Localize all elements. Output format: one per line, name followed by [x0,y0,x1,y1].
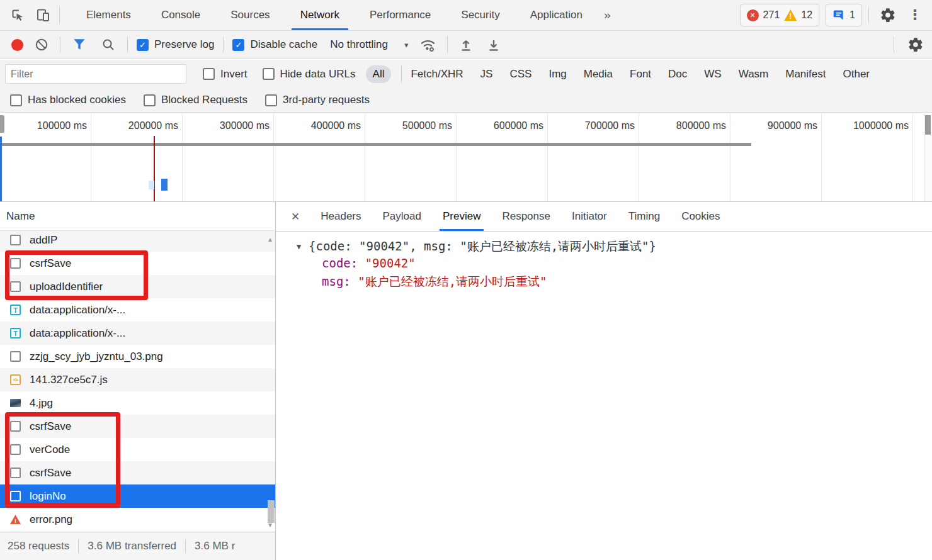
request-row-csrfsave[interactable]: csrfSave [0,252,275,275]
tab-sources[interactable]: Sources [215,0,285,30]
request-row-addip[interactable]: addIP [0,231,275,252]
request-row-vercode[interactable]: verCode [0,438,275,461]
tab-cookies[interactable]: Cookies [671,202,730,231]
timeline-tick-label: 400000 ms [311,120,361,132]
network-settings-button[interactable] [903,32,928,57]
name-column-header[interactable]: Name [0,202,275,231]
issues-badge[interactable]: 1 [826,4,862,26]
expand-triangle-icon[interactable]: ▼ [297,242,301,251]
tab-response[interactable]: Response [491,202,561,231]
filter-type-other[interactable]: Other [843,68,870,81]
request-row-jpg[interactable]: 4.jpg [0,391,275,415]
close-details-button[interactable]: ✕ [276,210,310,223]
inspect-element-button[interactable] [5,3,30,28]
scroll-up-arrow[interactable]: ▲ [267,236,273,243]
document-icon [10,444,21,455]
filter-type-js[interactable]: JS [480,68,493,81]
tab-network[interactable]: Network [285,0,355,30]
record-network-log-button[interactable] [11,39,23,51]
overview-request-bar [161,179,168,191]
tab-security[interactable]: Security [446,0,514,30]
blocked-requests-checkbox[interactable]: Blocked Requests [144,94,247,106]
request-row-error-png[interactable]: ! error.png [0,508,275,531]
request-row-loginno-selected[interactable]: loginNo [0,484,275,508]
filter-type-ws[interactable]: WS [704,68,721,81]
timeline-cell: 400000 ms [274,113,365,201]
gear-icon [880,7,896,23]
devtools-menu-button[interactable]: ⋮ [907,3,923,28]
list-scrollbar-thumb[interactable] [268,500,275,523]
tab-console[interactable]: Console [146,0,215,30]
request-row-csrfsave[interactable]: csrfSave [0,415,275,438]
request-name: 4.jpg [30,397,53,410]
has-blocked-cookies-checkbox[interactable]: Has blocked cookies [10,94,126,106]
request-name: error.png [30,513,72,526]
invert-checkbox[interactable]: Invert [203,68,247,81]
gear-icon [907,36,924,53]
filter-type-media[interactable]: Media [584,68,613,81]
filter-type-wasm[interactable]: Wasm [739,68,769,81]
tab-preview[interactable]: Preview [432,202,491,231]
filter-type-fetch-xhr[interactable]: Fetch/XHR [411,68,463,81]
request-row-data-url[interactable]: T data:application/x-... [0,322,275,345]
request-row-uploadidentifier[interactable]: uploadIdentifier [0,275,275,298]
export-har-button[interactable] [484,32,503,57]
tab-application[interactable]: Application [515,0,598,30]
filter-toggle-button[interactable] [69,32,89,57]
request-row-csrfsave[interactable]: csrfSave [0,461,275,484]
filter-type-all[interactable]: All [366,65,392,83]
overview-load-event-line [154,136,155,201]
filter-type-doc[interactable]: Doc [668,68,687,81]
filter-type-manifest[interactable]: Manifest [785,68,826,81]
request-row-js[interactable]: <> 141.327ce5c7.js [0,368,275,391]
errors-warnings-badge[interactable]: ✕ 271 ! 12 [740,4,820,26]
tab-timing[interactable]: Timing [618,202,671,231]
document-icon [10,491,21,501]
timeline-cell: 600000 ms [457,113,548,201]
disable-cache-checkbox[interactable]: ✓ Disable cache [232,38,317,51]
tab-initiator[interactable]: Initiator [561,202,618,231]
request-row-data-url[interactable]: T data:application/x-... [0,298,275,322]
timeline-cell: 100000 ms [0,113,91,201]
clear-icon [34,37,49,52]
json-key: code: [322,256,358,270]
request-name: csrfSave [30,257,71,270]
overview-window-bar[interactable] [0,143,751,146]
text-icon: T [10,305,21,315]
overview-resize-handle[interactable] [0,115,4,133]
filter-type-font[interactable]: Font [630,68,651,81]
more-tabs-button[interactable]: » [598,8,617,22]
tab-elements[interactable]: Elements [71,0,146,30]
clear-network-log-button[interactable] [32,32,51,57]
detail-tabstrip: ✕ Headers Payload Preview Response Initi… [276,202,932,232]
warning-icon: ! [784,9,797,21]
request-name: uploadIdentifier [30,281,103,293]
timeline-tick-label: 500000 ms [402,120,452,132]
tab-payload[interactable]: Payload [372,202,432,231]
toolbar-divider [447,36,448,53]
chevron-down-icon: ▾ [404,40,409,50]
device-toolbar-button[interactable] [30,3,55,28]
tab-performance[interactable]: Performance [355,0,446,30]
hide-data-urls-checkbox[interactable]: Hide data URLs [263,68,356,81]
timeline-cell: 200000 ms [91,113,183,201]
third-party-requests-checkbox[interactable]: 3rd-party requests [265,94,370,106]
checkbox-checked-icon: ✓ [137,39,149,51]
filter-type-img[interactable]: Img [548,68,566,81]
timeline-tick-label: 600000 ms [494,120,543,132]
throttling-select[interactable]: No throttling ▾ [330,38,408,51]
import-har-button[interactable] [457,32,475,57]
device-toolbar-icon [35,8,50,23]
request-row-png[interactable]: zzjg_scy_jyb_jyzntu_03.png [0,345,275,368]
network-conditions-button[interactable] [417,32,438,57]
search-button[interactable] [98,32,118,57]
filter-input[interactable] [5,64,186,84]
tab-headers[interactable]: Headers [310,202,372,231]
devtools-settings-button[interactable] [875,3,901,28]
filter-type-css[interactable]: CSS [509,68,531,81]
overview-scrollbar-thumb[interactable] [925,115,931,135]
json-summary-line[interactable]: {code: "90042", msg: "账户已经被冻结,请两小时后重试"} [309,238,656,255]
preserve-log-checkbox[interactable]: ✓ Preserve log [137,38,214,51]
network-overview-timeline[interactable]: 100000 ms 200000 ms 300000 ms 400000 ms … [0,113,932,202]
timeline-cell: 300000 ms [183,113,274,201]
